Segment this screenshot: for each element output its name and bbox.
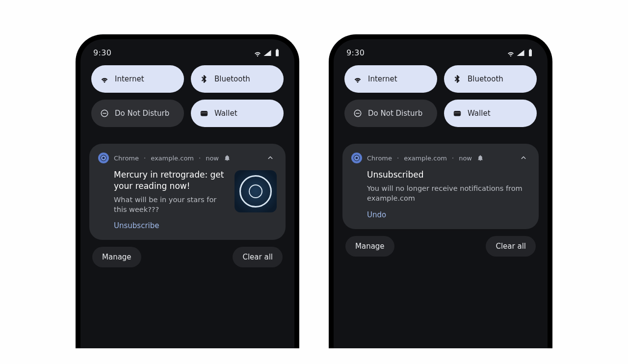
- notification-time: now: [459, 155, 472, 162]
- phone-right: 9:30 Internet Bluetooth Do Not Disturb: [329, 34, 552, 348]
- qs-bluetooth[interactable]: Bluetooth: [191, 65, 284, 93]
- phone-left: 9:30 Internet Bluetooth Do Not Disturb: [76, 34, 299, 348]
- notification-header: Chrome · example.com · now: [351, 152, 530, 164]
- notification-body: What will be in your stars for this week…: [114, 195, 228, 215]
- unsubscribe-action[interactable]: Unsubscribe: [98, 214, 277, 232]
- chrome-icon: [98, 153, 109, 163]
- clock: 9:30: [346, 48, 365, 57]
- dnd-icon: [353, 109, 362, 118]
- notification-time: now: [206, 155, 219, 162]
- notification-site: example.com: [151, 155, 194, 162]
- battery-status-icon: [273, 49, 282, 57]
- qs-wallet[interactable]: Wallet: [444, 100, 537, 127]
- notification-title: Unsubscribed: [367, 169, 530, 181]
- shade-footer: Manage Clear all: [89, 240, 286, 267]
- notification-card[interactable]: Chrome · example.com · now Unsubscribed …: [342, 144, 539, 229]
- notification-body: You will no longer receive notifications…: [367, 183, 530, 204]
- status-icons: [253, 49, 282, 57]
- bell-icon: [224, 155, 231, 161]
- qs-wallet[interactable]: Wallet: [191, 100, 284, 127]
- notification-app: Chrome: [367, 155, 392, 162]
- collapse-toggle[interactable]: [264, 152, 277, 164]
- wallet-icon: [200, 109, 209, 118]
- notification-app: Chrome: [114, 155, 139, 162]
- manage-button[interactable]: Manage: [345, 236, 394, 257]
- bluetooth-icon: [453, 75, 462, 83]
- qs-label: Wallet: [468, 109, 491, 118]
- wifi-status-icon: [253, 49, 262, 57]
- notification-header: Chrome · example.com · now: [98, 152, 277, 164]
- status-bar: 9:30: [89, 46, 286, 65]
- notification-card[interactable]: Chrome · example.com · now Mercury in re…: [89, 144, 286, 240]
- wifi-icon: [353, 75, 362, 83]
- dnd-icon: [100, 109, 109, 118]
- qs-label: Wallet: [214, 109, 237, 118]
- notification-thumbnail: [235, 170, 277, 212]
- qs-bluetooth[interactable]: Bluetooth: [444, 65, 537, 93]
- bell-icon: [477, 155, 484, 161]
- wifi-icon: [100, 75, 109, 83]
- collapse-toggle[interactable]: [517, 152, 530, 164]
- qs-internet[interactable]: Internet: [344, 65, 437, 93]
- notification-site: example.com: [404, 155, 447, 162]
- bluetooth-icon: [200, 75, 209, 83]
- qs-label: Do Not Disturb: [368, 109, 422, 118]
- clock: 9:30: [93, 48, 111, 57]
- qs-dnd[interactable]: Do Not Disturb: [344, 100, 437, 127]
- shade-footer: Manage Clear all: [342, 229, 539, 257]
- qs-dnd[interactable]: Do Not Disturb: [91, 100, 184, 127]
- qs-label: Internet: [368, 75, 397, 83]
- clear-all-button[interactable]: Clear all: [233, 247, 283, 267]
- qs-internet[interactable]: Internet: [91, 65, 184, 93]
- undo-action[interactable]: Undo: [351, 204, 530, 221]
- qs-label: Bluetooth: [214, 75, 250, 83]
- quick-settings: Internet Bluetooth Do Not Disturb Wallet: [342, 65, 539, 127]
- status-icons: [506, 49, 535, 57]
- signal-status-icon: [263, 49, 272, 57]
- wallet-icon: [453, 109, 462, 118]
- chrome-icon: [351, 153, 362, 163]
- qs-label: Internet: [115, 75, 144, 83]
- wifi-status-icon: [506, 49, 515, 57]
- quick-settings: Internet Bluetooth Do Not Disturb Wallet: [89, 65, 286, 127]
- notification-title: Mercury in retrograde: get your reading …: [114, 169, 228, 192]
- qs-label: Bluetooth: [468, 75, 503, 83]
- signal-status-icon: [516, 49, 525, 57]
- clear-all-button[interactable]: Clear all: [486, 236, 536, 257]
- qs-label: Do Not Disturb: [115, 109, 169, 118]
- status-bar: 9:30: [342, 46, 539, 65]
- battery-status-icon: [526, 49, 535, 57]
- manage-button[interactable]: Manage: [92, 247, 141, 267]
